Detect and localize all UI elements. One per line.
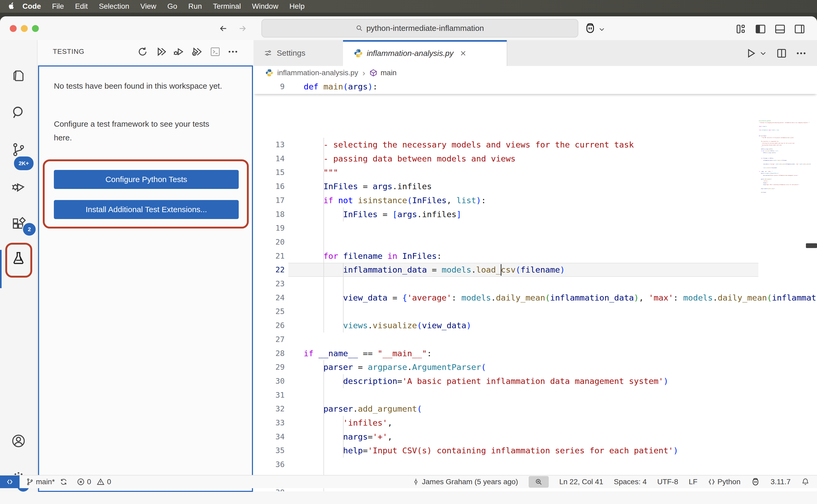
blame-text: James Graham (5 years ago) [422,478,518,486]
code-line-31: 31 [253,388,817,402]
line-text: InFiles = args.infiles [304,179,432,193]
blame-status[interactable]: James Graham (5 years ago) [412,478,518,486]
source-control-icon[interactable] [11,142,26,157]
run-all-tests-icon[interactable] [156,46,167,58]
code-line-36: 36 [253,458,817,472]
text-cursor [501,264,502,276]
eol-status[interactable]: LF [689,478,697,486]
code-line-34: 34 nargs='+', [253,430,817,444]
line-number: 34 [253,430,285,444]
line-number: 36 [253,458,285,472]
breadcrumb-python-icon [265,69,273,77]
code-line-32: 32 parser.add_argument( [253,402,817,416]
customize-layout-icon[interactable] [735,23,747,35]
run-tests-with-coverage-icon[interactable] [191,46,202,58]
menu-items: CodeFileEditSelectionViewGoRunTerminalWi… [17,2,310,11]
terminal-icon[interactable] [209,46,221,58]
testing-panel: No tests have been found in this workspa… [38,65,253,492]
python-interpreter-status[interactable]: 3.11.7 [771,478,791,486]
code-line-30: 30 description='A basic patient inflamma… [253,374,817,388]
apple-menu-icon[interactable] [8,2,15,10]
menu-item-edit[interactable]: Edit [69,2,93,10]
refresh-tests-icon[interactable] [137,46,148,58]
indent-guide [323,388,324,402]
line-number: 32 [253,402,285,416]
maximize-window-button[interactable] [32,25,39,32]
toggle-panel-icon[interactable] [774,23,786,35]
indentation-status[interactable]: Spaces: 4 [614,478,647,486]
minimap[interactable]: #!/usr/bin/env python3"""Software for ma… [759,120,811,289]
line-text: nargs='+', [304,430,392,444]
remote-indicator[interactable] [0,476,20,488]
line-number: 35 [253,444,285,458]
eol-text: LF [689,478,697,486]
errors-count: 0 [87,478,91,486]
menu-item-file[interactable]: File [46,2,69,10]
navigate-back-icon[interactable] [219,24,228,33]
search-sidebar-icon[interactable] [11,105,26,120]
zoom-status[interactable] [529,476,549,488]
toggle-primary-sidebar-icon[interactable] [755,23,766,35]
menu-item-window[interactable]: Window [246,2,284,10]
menu-item-view[interactable]: View [135,2,162,10]
indent-guide [323,221,324,235]
run-debug-icon[interactable] [11,179,26,194]
more-actions-icon[interactable] [227,46,239,58]
menu-item-terminal[interactable]: Terminal [207,2,246,10]
copilot-status-icon[interactable] [751,477,760,486]
tab-settings-label: Settings [277,49,305,58]
search-text: python-intermediate-inflammation [366,24,484,33]
testing-sidebar: TESTING [37,40,254,491]
line-number: 25 [253,305,285,318]
navigate-forward-icon[interactable] [238,24,247,33]
remote-icon [6,478,14,486]
line-number: 20 [253,235,285,249]
breadcrumb-separator: › [362,68,365,78]
sticky-line-text: def main(args): [304,80,377,94]
sidebar-title: TESTING [53,47,84,56]
breadcrumb-file[interactable]: inflammation-analysis.py [277,69,358,77]
toggle-secondary-sidebar-icon[interactable] [794,23,805,35]
language-mode-status[interactable]: Python [708,478,740,486]
copilot-icon[interactable] [584,22,596,34]
menu-item-code[interactable]: Code [17,2,46,10]
menu-item-run[interactable]: Run [183,2,207,10]
accounts-icon[interactable] [11,433,26,449]
menu-item-go[interactable]: Go [162,2,183,10]
code-editor[interactable]: 13 - selecting the necessary models and … [253,80,817,491]
cursor-position-status[interactable]: Ln 22, Col 41 [559,478,603,486]
menu-item-help[interactable]: Help [284,2,310,10]
menu-item-selection[interactable]: Selection [93,2,135,10]
minimize-window-button[interactable] [21,25,28,32]
tab-inflammation-analysis[interactable]: inflammation-analysis.py [343,40,507,66]
encoding-status[interactable]: UTF-8 [657,478,678,486]
search-icon [356,25,363,32]
code-line-20: 20 [253,235,817,249]
run-dropdown-chevron-icon[interactable] [759,50,767,57]
chevron-down-icon[interactable] [598,26,605,33]
editor-more-actions-icon[interactable] [795,47,807,59]
git-branch-status[interactable]: main* [26,478,68,486]
notifications-bell-icon[interactable] [801,478,810,486]
line-number: 23 [253,277,285,291]
command-center-search[interactable]: python-intermediate-inflammation [261,19,578,37]
sync-icon [60,478,68,486]
problems-status[interactable]: 0 0 [77,478,111,486]
window-title-bar: python-intermediate-inflammation [0,16,817,41]
indent-guide [343,277,343,291]
close-tab-icon[interactable] [459,49,467,57]
close-window-button[interactable] [10,25,17,32]
status-bar: main* 0 0 J [0,475,817,488]
run-python-file-icon[interactable] [745,47,757,59]
configure-python-tests-button[interactable]: Configure Python Tests [54,170,239,189]
settings-sliders-icon [263,49,272,58]
symbol-method-icon [369,69,377,77]
explorer-icon[interactable] [11,68,26,83]
install-test-extensions-button[interactable]: Install Additional Test Extensions... [54,200,239,219]
debug-tests-icon[interactable] [172,46,184,58]
split-editor-icon[interactable] [776,47,787,59]
breadcrumb-symbol[interactable]: main [380,69,396,77]
testing-flask-icon[interactable] [11,251,26,266]
line-number: 15 [253,165,285,179]
tab-settings[interactable]: Settings [253,40,343,66]
